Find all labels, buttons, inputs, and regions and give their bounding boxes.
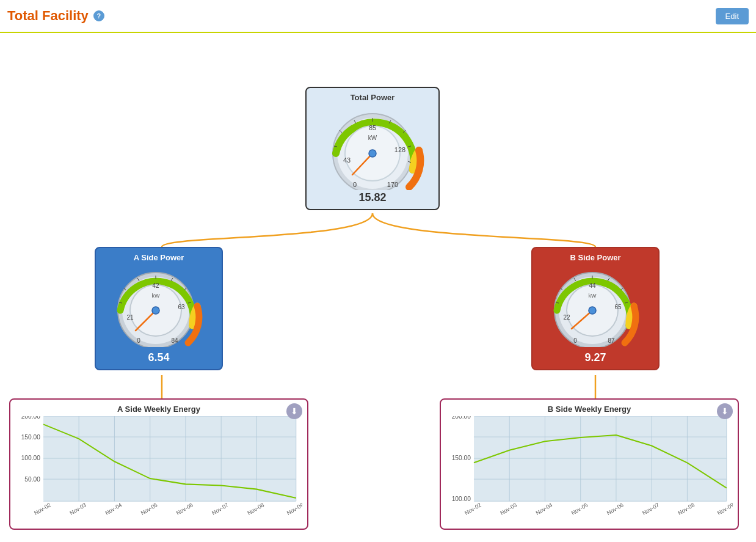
svg-text:Nov-04: Nov-04 <box>535 502 554 516</box>
svg-text:kW: kW <box>589 293 597 299</box>
help-icon[interactable]: ? <box>93 10 104 21</box>
svg-text:85: 85 <box>369 124 376 131</box>
svg-text:150.00: 150.00 <box>452 455 471 461</box>
svg-point-52 <box>589 307 596 314</box>
svg-text:kW: kW <box>368 134 377 141</box>
svg-text:Nov-06: Nov-06 <box>175 502 194 516</box>
svg-text:Nov-07: Nov-07 <box>641 502 660 516</box>
svg-text:100.00: 100.00 <box>21 455 41 461</box>
b-side-chart-title: B Side Weekly Energy <box>446 405 733 414</box>
a-side-value: 6.54 <box>148 351 169 364</box>
svg-text:63: 63 <box>178 304 185 310</box>
svg-text:0: 0 <box>137 337 140 344</box>
svg-text:Nov-07: Nov-07 <box>211 502 230 516</box>
edit-button[interactable]: Edit <box>716 8 749 24</box>
svg-text:Nov-02: Nov-02 <box>33 502 52 516</box>
header: Total Facility ? Edit <box>0 0 756 33</box>
page-title: Total Facility <box>7 8 89 24</box>
svg-text:Nov-04: Nov-04 <box>104 502 123 516</box>
total-power-value: 15.82 <box>358 191 386 204</box>
total-power-widget: Total Power 85 43 128 kW <box>305 87 440 210</box>
svg-text:170: 170 <box>387 181 398 188</box>
svg-text:87: 87 <box>608 337 615 344</box>
svg-text:43: 43 <box>343 156 351 164</box>
total-power-title: Total Power <box>351 93 395 102</box>
svg-rect-60 <box>43 416 296 501</box>
main-canvas: Total Power 85 43 128 kW <box>0 33 756 542</box>
svg-text:Nov-06: Nov-06 <box>606 502 625 516</box>
svg-text:21: 21 <box>126 314 134 321</box>
svg-point-33 <box>152 307 159 314</box>
svg-text:65: 65 <box>614 304 622 310</box>
a-side-power-widget: A Side Power 42 21 63 kW 0 84 <box>95 247 223 370</box>
b-side-chart-svg: 200.00 150.00 100.00 Nov-02 Nov-03 Nov-0… <box>446 416 733 517</box>
a-side-chart-title: A Side Weekly Energy <box>15 405 302 414</box>
svg-text:42: 42 <box>152 282 159 289</box>
a-side-download-button[interactable]: ⬇ <box>286 403 302 419</box>
a-side-chart-widget: A Side Weekly Energy ⬇ 200.00 150.00 100… <box>9 398 308 530</box>
b-side-title: B Side Power <box>570 253 620 262</box>
svg-text:200.00: 200.00 <box>452 416 471 420</box>
b-side-download-button[interactable]: ⬇ <box>717 403 733 419</box>
total-power-gauge: 85 43 128 kW 0 170 <box>321 104 424 190</box>
svg-text:0: 0 <box>353 181 357 188</box>
b-side-value: 9.27 <box>584 351 606 364</box>
b-side-gauge: 44 22 65 kW 0 87 <box>543 265 647 350</box>
svg-text:Nov-09: Nov-09 <box>286 502 302 516</box>
svg-text:128: 128 <box>394 146 405 153</box>
svg-text:84: 84 <box>171 337 178 344</box>
svg-text:100.00: 100.00 <box>452 496 471 502</box>
a-side-title: A Side Power <box>134 253 184 262</box>
header-left: Total Facility ? <box>7 8 104 24</box>
svg-text:44: 44 <box>589 282 596 289</box>
svg-text:150.00: 150.00 <box>21 434 41 441</box>
svg-text:Nov-03: Nov-03 <box>68 502 87 516</box>
svg-text:22: 22 <box>563 314 570 321</box>
svg-text:Nov-05: Nov-05 <box>140 502 159 516</box>
svg-text:Nov-08: Nov-08 <box>247 502 266 516</box>
b-side-chart-widget: B Side Weekly Energy ⬇ 200.00 150.00 100… <box>440 398 739 530</box>
svg-rect-85 <box>474 416 727 501</box>
svg-text:Nov-03: Nov-03 <box>499 502 518 516</box>
a-side-gauge: 42 21 63 kW 0 84 <box>107 265 211 350</box>
svg-text:0: 0 <box>573 337 577 344</box>
svg-text:200.00: 200.00 <box>21 416 41 420</box>
svg-text:Nov-05: Nov-05 <box>570 502 589 516</box>
svg-text:50.00: 50.00 <box>24 476 40 483</box>
svg-text:Nov-02: Nov-02 <box>463 502 482 516</box>
svg-text:Nov-09: Nov-09 <box>716 502 733 516</box>
svg-point-13 <box>369 150 376 157</box>
svg-text:kW: kW <box>152 293 161 299</box>
a-side-chart-svg: 200.00 150.00 100.00 50.00 Nov-02 Nov-03… <box>15 416 302 517</box>
svg-text:Nov-08: Nov-08 <box>677 502 696 516</box>
b-side-power-widget: B Side Power 44 22 65 kW 0 87 <box>531 247 660 370</box>
